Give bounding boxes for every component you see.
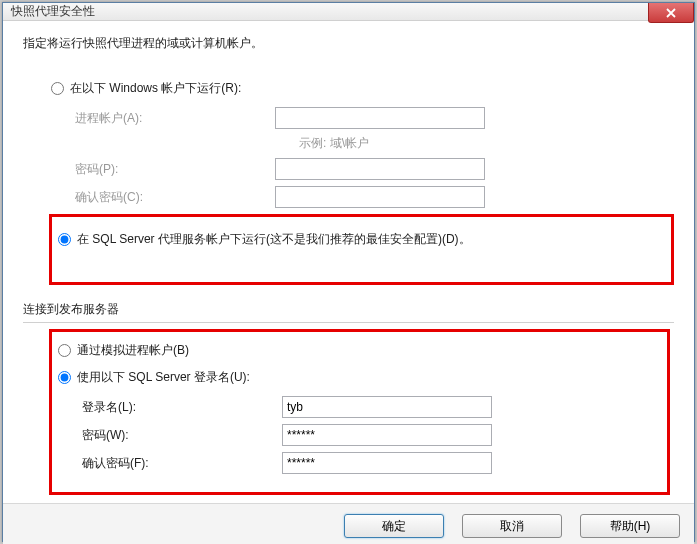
password-input (275, 158, 485, 180)
connect-password-row: 密码(W): (82, 424, 661, 446)
process-account-input (275, 107, 485, 129)
impersonate-radio-row: 通过模拟进程帐户(B) (58, 342, 661, 359)
impersonate-label[interactable]: 通过模拟进程帐户(B) (77, 342, 189, 359)
connect-confirm-input[interactable] (282, 452, 492, 474)
window-title: 快照代理安全性 (11, 3, 95, 20)
password-label: 密码(P): (75, 161, 275, 178)
highlight-box-1: 在 SQL Server 代理服务帐户下运行(这不是我们推荐的最佳安全配置)(D… (49, 214, 674, 285)
connect-section-title: 连接到发布服务器 (23, 301, 674, 318)
button-bar: 确定 取消 帮助(H) (3, 503, 694, 544)
connect-password-input[interactable] (282, 424, 492, 446)
titlebar: 快照代理安全性 (3, 3, 694, 21)
confirm-password-label: 确认密码(C): (75, 189, 275, 206)
connect-confirm-row: 确认密码(F): (82, 452, 661, 474)
dialog-content: 指定将运行快照代理进程的域或计算机帐户。 在以下 Windows 帐户下运行(R… (3, 21, 694, 503)
password-row: 密码(P): (75, 158, 674, 180)
impersonate-radio[interactable] (58, 344, 71, 357)
sql-login-radio-row: 使用以下 SQL Server 登录名(U): (58, 369, 661, 386)
process-account-label: 进程帐户(A): (75, 110, 275, 127)
confirm-password-row: 确认密码(C): (75, 186, 674, 208)
help-button[interactable]: 帮助(H) (580, 514, 680, 538)
sql-login-label[interactable]: 使用以下 SQL Server 登录名(U): (77, 369, 250, 386)
sql-agent-radio-row: 在 SQL Server 代理服务帐户下运行(这不是我们推荐的最佳安全配置)(D… (58, 231, 665, 248)
ok-button[interactable]: 确定 (344, 514, 444, 538)
windows-account-label[interactable]: 在以下 Windows 帐户下运行(R): (70, 80, 241, 97)
run-under-group: 在以下 Windows 帐户下运行(R): 进程帐户(A): 示例: 域\帐户 … (23, 70, 674, 293)
close-icon (666, 8, 676, 18)
login-input[interactable] (282, 396, 492, 418)
windows-account-radio-row: 在以下 Windows 帐户下运行(R): (51, 80, 674, 97)
connect-password-label: 密码(W): (82, 427, 282, 444)
sql-agent-radio[interactable] (58, 233, 71, 246)
close-button[interactable] (648, 3, 694, 23)
cancel-button[interactable]: 取消 (462, 514, 562, 538)
dialog-window: 快照代理安全性 指定将运行快照代理进程的域或计算机帐户。 在以下 Windows… (2, 2, 695, 542)
login-label: 登录名(L): (82, 399, 282, 416)
sql-login-radio[interactable] (58, 371, 71, 384)
instruction-text: 指定将运行快照代理进程的域或计算机帐户。 (23, 35, 674, 52)
windows-account-radio[interactable] (51, 82, 64, 95)
login-row: 登录名(L): (82, 396, 661, 418)
sql-agent-label[interactable]: 在 SQL Server 代理服务帐户下运行(这不是我们推荐的最佳安全配置)(D… (77, 231, 471, 248)
confirm-password-input (275, 186, 485, 208)
separator (23, 322, 674, 323)
highlight-box-2: 通过模拟进程帐户(B) 使用以下 SQL Server 登录名(U): 登录名(… (49, 329, 670, 495)
example-text: 示例: 域\帐户 (299, 135, 674, 152)
connect-confirm-label: 确认密码(F): (82, 455, 282, 472)
process-account-row: 进程帐户(A): (75, 107, 674, 129)
